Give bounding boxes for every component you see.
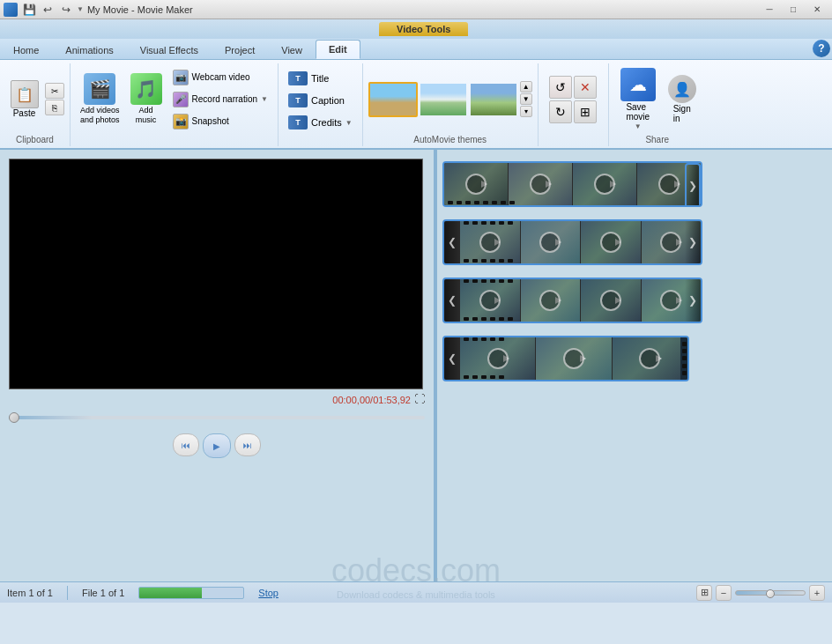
cut-button[interactable]: ✂ bbox=[45, 83, 64, 99]
film-frame[interactable] bbox=[509, 163, 572, 205]
watermark-text: codecs.com bbox=[437, 552, 501, 581]
strip-left-arrow-3: ❮ bbox=[444, 279, 460, 322]
slider-track bbox=[9, 416, 425, 419]
ribbon-group-add: 🎬 Add videosand photos 🎵 Addmusic 📷 Webc… bbox=[71, 63, 279, 146]
gallery-expand-button[interactable]: ▾ bbox=[520, 106, 532, 117]
film-frame[interactable] bbox=[460, 221, 520, 263]
theme-btn-beach[interactable] bbox=[368, 82, 418, 117]
notch bbox=[474, 201, 479, 204]
slider-thumb[interactable] bbox=[9, 412, 19, 423]
film-strip-2[interactable]: ❮ ❯ bbox=[442, 219, 702, 265]
notch bbox=[464, 317, 469, 321]
zoom-in-button[interactable]: + bbox=[809, 585, 825, 601]
gallery-down-button[interactable]: ▼ bbox=[520, 93, 532, 105]
film-notches-bottom-3 bbox=[460, 317, 685, 322]
film-notches-top-3 bbox=[460, 279, 685, 284]
help-button[interactable]: ? bbox=[813, 40, 830, 57]
film-strip-3[interactable]: ❮ ❯ bbox=[442, 278, 702, 323]
theme-img-beach bbox=[370, 84, 416, 115]
file-count: File 1 of 1 bbox=[82, 588, 124, 598]
tab-home[interactable]: Home bbox=[0, 40, 52, 59]
rotate-right-button[interactable]: ↻ bbox=[549, 100, 572, 123]
film-frame[interactable] bbox=[573, 163, 636, 205]
film-frame[interactable] bbox=[521, 221, 581, 263]
narrate-dropdown-icon[interactable]: ▼ bbox=[261, 95, 268, 103]
clipboard-label: Clipboard bbox=[16, 135, 54, 144]
gallery-up-button[interactable]: ▲ bbox=[520, 81, 532, 93]
editing-content: ↺ ✕ ↻ ⊞ bbox=[549, 65, 597, 133]
film-frame[interactable] bbox=[460, 337, 535, 380]
notch bbox=[508, 317, 513, 321]
film-frames-1 bbox=[444, 163, 701, 205]
video-preview bbox=[9, 159, 423, 389]
add-videos-button[interactable]: 🎬 Add videosand photos bbox=[76, 70, 124, 128]
tab-edit[interactable]: Edit bbox=[316, 40, 360, 59]
editing-btns: ↺ ✕ ↻ ⊞ bbox=[549, 76, 597, 123]
title-button[interactable]: T Title bbox=[284, 69, 357, 88]
theme-img-forest bbox=[471, 84, 516, 115]
split-button[interactable]: ⊞ bbox=[574, 100, 597, 123]
film-notches-bottom-4 bbox=[460, 375, 679, 380]
tab-project[interactable]: Project bbox=[212, 40, 268, 59]
paste-icon: 📋 bbox=[11, 80, 39, 108]
film-frame[interactable] bbox=[536, 337, 611, 380]
film-frame[interactable] bbox=[444, 163, 508, 205]
rewind-button[interactable]: ⏮ bbox=[173, 433, 199, 456]
strip-right-arrow-1: ❯ bbox=[685, 163, 701, 207]
save-movie-button[interactable]: ☁ Savemovie ▼ bbox=[614, 65, 662, 133]
caption-button[interactable]: T Caption bbox=[284, 91, 357, 110]
film-frame[interactable] bbox=[613, 337, 687, 380]
remove-button[interactable]: ✕ bbox=[574, 76, 597, 99]
monitor-toggle-button[interactable]: ⊞ bbox=[696, 585, 712, 601]
tab-view[interactable]: View bbox=[268, 40, 316, 59]
theme-btn-forest[interactable] bbox=[469, 82, 518, 117]
film-frame[interactable] bbox=[460, 279, 520, 322]
tab-visual-effects[interactable]: Visual Effects bbox=[127, 40, 212, 59]
film-frame[interactable] bbox=[581, 279, 641, 322]
undo-qa-button[interactable]: ↩ bbox=[40, 2, 56, 18]
snapshot-button[interactable]: 📸 Snapshot bbox=[168, 111, 272, 132]
film-frame[interactable] bbox=[521, 279, 581, 322]
zoom-out-button[interactable]: − bbox=[716, 585, 732, 601]
strip-right-arrow-3: ❯ bbox=[685, 279, 701, 322]
credits-dropdown-icon[interactable]: ▼ bbox=[345, 119, 353, 127]
sign-in-button[interactable]: 👤 Signin bbox=[664, 72, 701, 126]
share-label: Share bbox=[645, 135, 669, 144]
save-qa-button[interactable]: 💾 bbox=[21, 2, 37, 18]
stop-button[interactable]: Stop bbox=[258, 588, 279, 598]
redo-qa-button[interactable]: ↪ bbox=[58, 2, 74, 18]
narrate-label: Record narration bbox=[192, 94, 257, 104]
add-music-button[interactable]: 🎵 Addmusic bbox=[126, 70, 167, 128]
notch bbox=[501, 201, 506, 204]
next-frame-button[interactable]: ⏭ bbox=[234, 433, 261, 456]
narrate-icon: 🎤 bbox=[173, 92, 189, 107]
fullscreen-button[interactable]: ⛶ bbox=[414, 393, 425, 405]
save-movie-dropdown-icon[interactable]: ▼ bbox=[635, 122, 642, 130]
notch bbox=[499, 279, 504, 283]
play-button[interactable]: ▶ bbox=[203, 433, 231, 458]
tab-animations[interactable]: Animations bbox=[52, 40, 126, 59]
film-frame[interactable] bbox=[581, 221, 641, 263]
ribbon-group-clipboard: 📋 Paste ✂ ⎘ Clipboard bbox=[0, 63, 71, 146]
qa-dropdown[interactable]: ▼ bbox=[77, 5, 84, 13]
film-notches-top-2 bbox=[460, 221, 685, 226]
zoom-slider[interactable] bbox=[735, 590, 806, 596]
film-strip-1[interactable]: ❯ bbox=[442, 161, 702, 207]
copy-button[interactable]: ⎘ bbox=[45, 100, 64, 115]
rotate-left-button[interactable]: ↺ bbox=[549, 76, 572, 99]
maximize-button[interactable]: □ bbox=[782, 1, 805, 19]
sprocket bbox=[682, 356, 687, 360]
record-narration-button[interactable]: 🎤 Record narration ▼ bbox=[168, 89, 272, 110]
theme-btn-sky[interactable] bbox=[419, 82, 468, 117]
paste-button[interactable]: 📋 Paste bbox=[6, 78, 43, 121]
close-button[interactable]: ✕ bbox=[806, 1, 828, 19]
film-strip-4[interactable]: ❮ bbox=[442, 336, 689, 381]
minimize-button[interactable]: ─ bbox=[758, 1, 781, 19]
timeline-slider[interactable] bbox=[9, 411, 425, 425]
webcam-video-button[interactable]: 📷 Webcam video bbox=[168, 67, 272, 88]
zoom-thumb[interactable] bbox=[766, 589, 775, 598]
notch bbox=[472, 375, 478, 379]
item-count: Item 1 of 1 bbox=[7, 588, 53, 598]
notch bbox=[508, 259, 513, 263]
credits-button[interactable]: T Credits ▼ bbox=[284, 113, 357, 132]
